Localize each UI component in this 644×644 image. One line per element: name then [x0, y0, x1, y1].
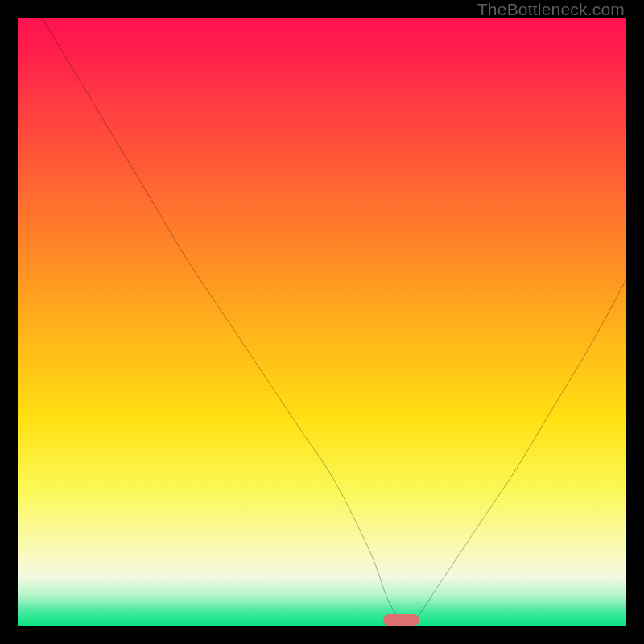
- bottleneck-curve: [18, 18, 626, 626]
- watermark-text: TheBottleneck.com: [477, 0, 625, 19]
- chart-frame: TheBottleneck.com: [0, 0, 644, 644]
- curve-path: [42, 18, 626, 626]
- optimal-marker: [383, 614, 419, 626]
- plot-area: [18, 18, 626, 626]
